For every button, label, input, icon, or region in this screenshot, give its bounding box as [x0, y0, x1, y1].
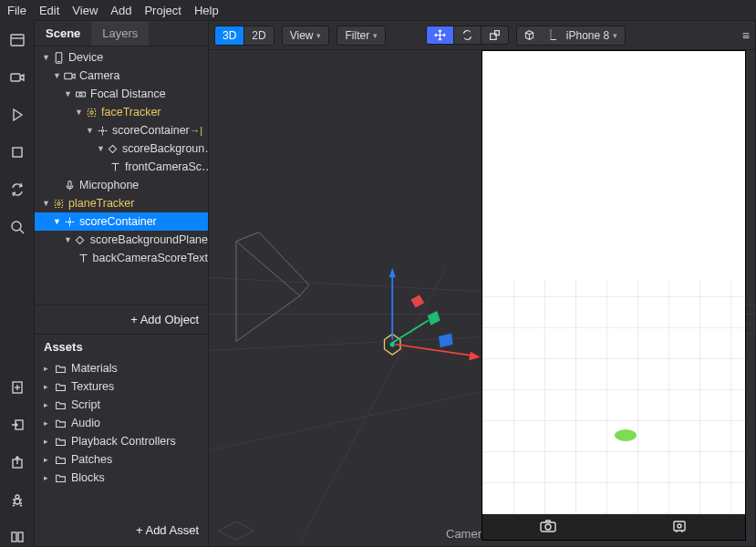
- tab-scene[interactable]: Scene: [35, 21, 91, 46]
- expand-toggle[interactable]: ▼: [42, 53, 50, 62]
- tree-row[interactable]: ▼planeTracker: [35, 194, 208, 212]
- svg-marker-52: [469, 352, 480, 361]
- asset-row[interactable]: ▸Textures: [35, 377, 208, 396]
- svg-marker-54: [410, 295, 424, 308]
- menu-bar: File Edit View Add Project Help: [0, 0, 756, 20]
- bug-icon[interactable]: [10, 492, 25, 510]
- tab-layers[interactable]: Layers: [91, 21, 149, 46]
- plane-icon: [107, 143, 119, 155]
- tree-row[interactable]: ▼faceTracker: [35, 103, 208, 121]
- folder-icon: [55, 436, 67, 448]
- camera-icon[interactable]: [10, 70, 25, 88]
- menu-item[interactable]: Add: [110, 4, 131, 17]
- asset-row[interactable]: ▸Playback Controllers: [35, 432, 208, 450]
- view-dropdown[interactable]: View ▾: [283, 26, 329, 45]
- asset-row[interactable]: ▸Blocks: [35, 469, 208, 487]
- mode-2d-button[interactable]: 2D: [244, 26, 273, 45]
- svg-rect-0: [11, 35, 24, 46]
- filter-dropdown[interactable]: Filter ▾: [337, 26, 385, 45]
- tree-label: scoreContainer: [112, 124, 190, 137]
- record-icon[interactable]: [671, 520, 688, 535]
- svg-rect-13: [12, 532, 16, 542]
- expand-toggle[interactable]: ▸: [44, 382, 51, 391]
- svg-point-4: [12, 222, 21, 231]
- svg-rect-20: [88, 108, 95, 116]
- expand-toggle[interactable]: ▼: [75, 108, 83, 117]
- asset-row[interactable]: ▸Materials: [35, 359, 208, 377]
- layout-icon[interactable]: [10, 33, 25, 50]
- menu-item[interactable]: Edit: [39, 4, 59, 17]
- capture-icon[interactable]: [540, 520, 556, 535]
- scale-tool-button[interactable]: [482, 26, 508, 44]
- search-icon[interactable]: [10, 220, 25, 237]
- viewport-canvas[interactable]: Camer: [209, 50, 755, 546]
- viewport-menu-icon[interactable]: ≡: [742, 28, 750, 43]
- svg-rect-30: [55, 200, 62, 207]
- svg-rect-29: [67, 181, 70, 187]
- tree-label: backCameraScoreText: [93, 252, 208, 264]
- expand-toggle[interactable]: ▸: [44, 473, 51, 482]
- tree-row[interactable]: ▼scoreBackgroun…: [35, 139, 208, 158]
- expand-toggle[interactable]: ▼: [64, 235, 72, 244]
- tree-row[interactable]: ▼Focal Distance: [35, 85, 208, 103]
- loop-icon[interactable]: [10, 182, 25, 200]
- expand-toggle[interactable]: ▼: [42, 199, 50, 208]
- tree-row[interactable]: ▼scoreContainer: [35, 212, 208, 231]
- tree-row[interactable]: ▼scoreContainer→|: [35, 121, 208, 139]
- expand-toggle[interactable]: ▼: [64, 89, 72, 98]
- mode-3d-button[interactable]: 3D: [215, 26, 244, 45]
- tree-row[interactable]: ▼Camera: [35, 67, 208, 85]
- scene-tree: ▼Device▼Camera▼Focal Distance▼faceTracke…: [35, 46, 208, 304]
- expand-toggle[interactable]: ▸: [44, 364, 51, 373]
- transform-gizmo[interactable]: [368, 260, 496, 390]
- expand-toggle[interactable]: ▼: [97, 144, 105, 153]
- link-icon[interactable]: →|: [190, 125, 202, 136]
- tree-row[interactable]: backCameraScoreText: [35, 249, 208, 267]
- move-tool-button[interactable]: [427, 26, 454, 44]
- stop-icon[interactable]: [10, 145, 25, 162]
- svg-rect-12: [15, 499, 20, 504]
- assets-panel: Assets ▸Materials▸Textures▸Script▸Audio▸…: [35, 334, 208, 546]
- menu-item[interactable]: Project: [144, 4, 181, 17]
- export-icon[interactable]: [10, 455, 25, 472]
- menu-item[interactable]: Help: [194, 4, 219, 17]
- import-icon[interactable]: [10, 418, 25, 435]
- expand-toggle[interactable]: ▸: [44, 437, 51, 446]
- folder-icon: [55, 381, 67, 393]
- tree-label: Device: [68, 51, 103, 64]
- tree-row[interactable]: ▼scoreBackgroundPlane: [35, 231, 208, 249]
- library-icon[interactable]: [10, 530, 25, 547]
- folder-icon: [55, 399, 67, 411]
- device-dropdown[interactable]: ⎿ iPhone 8 ▾: [517, 26, 625, 45]
- expand-toggle[interactable]: ▼: [53, 217, 61, 226]
- tree-row[interactable]: frontCameraSc…: [35, 158, 208, 176]
- device-preview[interactable]: [482, 50, 746, 541]
- menu-item[interactable]: View: [72, 4, 98, 17]
- asset-row[interactable]: ▸Audio: [35, 414, 208, 432]
- asset-label: Patches: [71, 453, 112, 466]
- menu-item[interactable]: File: [7, 4, 26, 17]
- expand-toggle[interactable]: ▸: [44, 455, 51, 464]
- svg-rect-60: [674, 521, 685, 531]
- asset-label: Playback Controllers: [71, 435, 176, 448]
- tree-row[interactable]: ▼Device: [35, 48, 208, 67]
- expand-toggle[interactable]: ▸: [44, 400, 51, 409]
- add-file-icon[interactable]: [10, 380, 25, 397]
- svg-point-61: [678, 524, 681, 528]
- svg-rect-17: [64, 73, 71, 79]
- tree-label: frontCameraSc…: [125, 160, 208, 173]
- add-object-button[interactable]: + Add Object: [35, 304, 208, 334]
- expand-toggle[interactable]: ▼: [86, 126, 94, 135]
- asset-row[interactable]: ▸Patches: [35, 450, 208, 469]
- left-toolbar: [0, 20, 34, 547]
- svg-rect-3: [13, 148, 22, 157]
- play-icon[interactable]: [10, 108, 25, 125]
- expand-toggle[interactable]: ▼: [53, 71, 61, 80]
- asset-row[interactable]: ▸Script: [35, 396, 208, 414]
- svg-point-59: [545, 524, 551, 530]
- expand-toggle[interactable]: ▸: [44, 418, 51, 428]
- svg-marker-50: [389, 268, 396, 278]
- tree-row[interactable]: Microphone: [35, 176, 208, 194]
- rotate-tool-button[interactable]: [454, 26, 482, 44]
- add-asset-button[interactable]: + Add Asset: [35, 514, 208, 546]
